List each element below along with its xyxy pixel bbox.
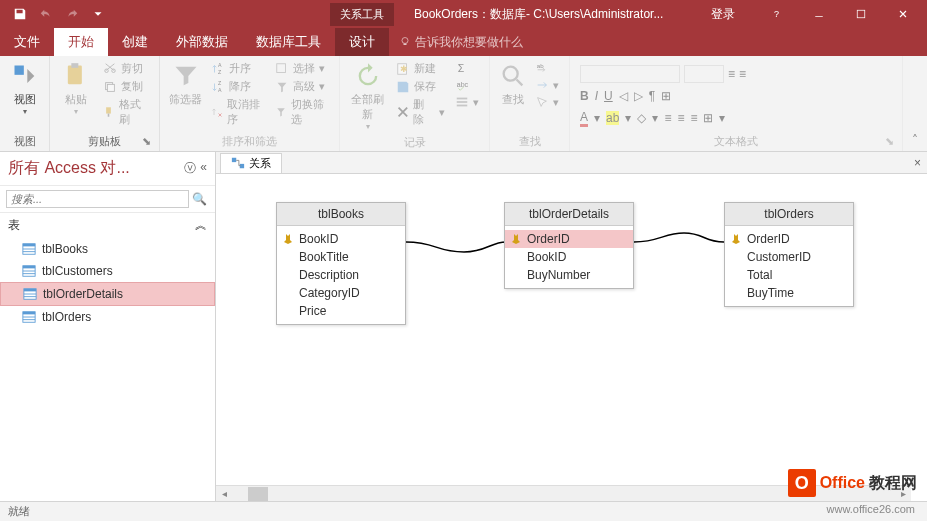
svg-rect-39 — [23, 312, 35, 315]
indent-left-icon[interactable]: ◁ — [619, 89, 628, 103]
italic-button[interactable]: I — [595, 89, 598, 103]
doc-close-icon[interactable]: × — [914, 156, 921, 170]
undo-icon[interactable] — [34, 2, 58, 26]
sheet-icon[interactable]: ⊞ — [703, 111, 713, 125]
tell-me-search[interactable]: 告诉我你想要做什么 — [389, 28, 523, 56]
window-title: BookOrders：数据库- C:\Users\Administrator..… — [394, 6, 711, 23]
table-orderdetails[interactable]: tblOrderDetails OrderID BookID BuyNumber — [504, 202, 634, 289]
font-color-icon[interactable]: A — [580, 110, 588, 127]
group-textfmt: 文本格式⬊ — [576, 132, 896, 149]
more-button[interactable]: ▾ — [451, 94, 483, 110]
find-button[interactable]: 查找 — [496, 60, 529, 109]
redo-icon[interactable] — [60, 2, 84, 26]
table-header: tblOrderDetails — [505, 203, 633, 226]
tab-dbtools[interactable]: 数据库工具 — [242, 28, 335, 56]
save-icon[interactable] — [8, 2, 32, 26]
svg-text:Σ: Σ — [458, 62, 465, 74]
close-icon[interactable] — [883, 0, 923, 28]
contextual-tab-title: 关系工具 — [330, 3, 394, 26]
nav-dropdown-icon[interactable]: ⓥ — [184, 160, 196, 177]
copy-button[interactable]: 复制 — [99, 78, 153, 95]
saverec-button[interactable]: 保存 — [392, 78, 449, 95]
rtl-icon[interactable]: ¶ — [649, 89, 655, 103]
maximize-icon[interactable] — [841, 0, 881, 28]
scroll-left-icon[interactable]: ◂ — [216, 486, 232, 502]
tab-home[interactable]: 开始 — [54, 28, 108, 56]
field-bookid[interactable]: BookID — [277, 230, 405, 248]
filter-button[interactable]: 筛选器 — [166, 60, 205, 109]
selection-button[interactable]: 选择 ▾ — [271, 60, 333, 77]
svg-rect-4 — [404, 44, 407, 46]
asc-button[interactable]: AZ升序 — [207, 60, 269, 77]
nav-item-orderdetails[interactable]: tblOrderDetails — [0, 282, 215, 306]
clipboard-launcher-icon[interactable]: ⬊ — [139, 135, 153, 149]
table-books[interactable]: tblBooks BookID BookTitle Description Ca… — [276, 202, 406, 325]
desc-button[interactable]: ZA降序 — [207, 78, 269, 95]
sum-button[interactable]: Σ — [451, 60, 483, 76]
highlight-icon[interactable]: ab — [606, 111, 619, 125]
field-orderid[interactable]: OrderID — [505, 230, 633, 248]
login-link[interactable]: 登录 — [711, 6, 735, 23]
tab-external[interactable]: 外部数据 — [162, 28, 242, 56]
refresh-button[interactable]: 全部刷新 ▾ — [346, 60, 390, 133]
help-icon[interactable]: ? — [757, 0, 797, 28]
field-orderid[interactable]: OrderID — [725, 230, 853, 248]
nav-collapse-icon[interactable]: « — [200, 160, 207, 177]
field-buynumber[interactable]: BuyNumber — [505, 266, 633, 284]
indent-right-icon[interactable]: ▷ — [634, 89, 643, 103]
align-right-icon[interactable]: ≡ — [690, 111, 697, 125]
tab-file[interactable]: 文件 — [0, 28, 54, 56]
search-icon[interactable]: 🔍 — [189, 192, 209, 206]
toggle-button[interactable]: 切换筛选 — [271, 96, 333, 128]
align-left-icon[interactable]: ≡ — [664, 111, 671, 125]
clearsort-button[interactable]: 取消排序 — [207, 96, 269, 128]
delete-button[interactable]: 删除 ▾ — [392, 96, 449, 128]
goto-button[interactable]: ▾ — [531, 77, 563, 93]
grid-icon[interactable]: ⊞ — [661, 89, 671, 103]
watermark-url: www.office26.com — [827, 503, 915, 515]
replace-button[interactable]: ab — [531, 60, 563, 76]
field-categoryid[interactable]: CategoryID — [277, 284, 405, 302]
relationship-icon — [231, 156, 245, 170]
fill-icon[interactable]: ◇ — [637, 111, 646, 125]
cut-button[interactable]: 剪切 — [99, 60, 153, 77]
svg-text:Z: Z — [218, 69, 222, 75]
nav-item-customers[interactable]: tblCustomers — [0, 260, 215, 282]
svg-rect-10 — [106, 107, 111, 113]
nav-item-orders[interactable]: tblOrders — [0, 306, 215, 328]
doc-tab-relationships[interactable]: 关系 — [220, 153, 282, 173]
painter-button[interactable]: 格式刷 — [99, 96, 153, 128]
watermark-logo: O Office教程网 — [788, 469, 917, 497]
bold-button[interactable]: B — [580, 89, 589, 103]
field-booktitle[interactable]: BookTitle — [277, 248, 405, 266]
advanced-button[interactable]: 高级 ▾ — [271, 78, 333, 95]
align-center-icon[interactable]: ≡ — [677, 111, 684, 125]
numlist-icon[interactable]: ≡ — [739, 67, 746, 81]
field-customerid[interactable]: CustomerID — [725, 248, 853, 266]
select-button[interactable]: ▾ — [531, 94, 563, 110]
collapse-ribbon-icon[interactable]: ˄ — [903, 56, 927, 151]
nav-section-tables[interactable]: 表 ︽ — [0, 213, 215, 238]
qat-dropdown-icon[interactable] — [86, 2, 110, 26]
nav-item-books[interactable]: tblBooks — [0, 238, 215, 260]
field-total[interactable]: Total — [725, 266, 853, 284]
spell-button[interactable]: abc — [451, 77, 483, 93]
group-clipboard: 剪贴板⬊ — [56, 132, 153, 149]
list-icon[interactable]: ≡ — [728, 67, 735, 81]
table-orders[interactable]: tblOrders OrderID CustomerID Total BuyTi… — [724, 202, 854, 307]
tab-create[interactable]: 创建 — [108, 28, 162, 56]
field-description[interactable]: Description — [277, 266, 405, 284]
section-collapse-icon[interactable]: ︽ — [195, 217, 207, 234]
field-buytime[interactable]: BuyTime — [725, 284, 853, 302]
svg-text:Z: Z — [218, 80, 222, 86]
field-price[interactable]: Price — [277, 302, 405, 320]
tab-design[interactable]: 设计 — [335, 28, 389, 56]
paste-button[interactable]: 粘贴 ▾ — [56, 60, 97, 118]
textfmt-launcher-icon[interactable]: ⬊ — [882, 135, 896, 149]
minimize-icon[interactable] — [799, 0, 839, 28]
view-button[interactable]: 视图 ▾ — [6, 60, 43, 118]
field-bookid[interactable]: BookID — [505, 248, 633, 266]
search-input[interactable] — [6, 190, 189, 208]
new-button[interactable]: ✱新建 — [392, 60, 449, 77]
underline-button[interactable]: U — [604, 89, 613, 103]
